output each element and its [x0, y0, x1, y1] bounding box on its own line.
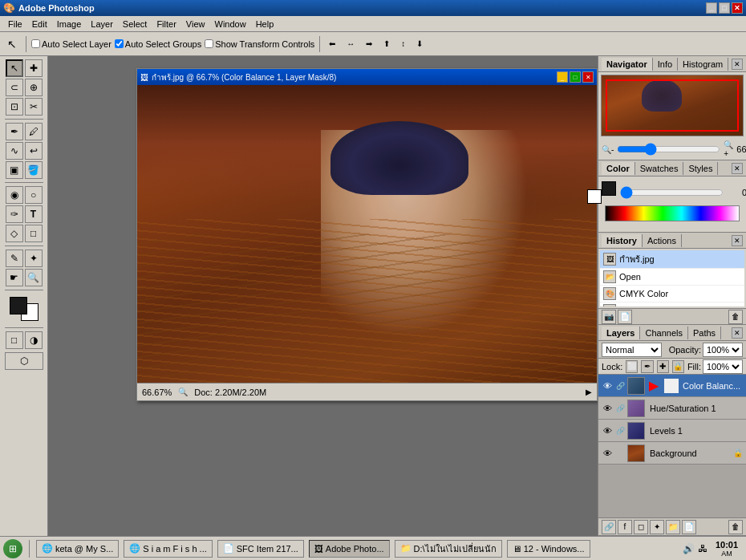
layer-adjustment-button[interactable]: ✦ [650, 520, 664, 534]
taskbar-item-5[interactable]: 🖥 12 - Windows... [507, 540, 590, 558]
quick-mask[interactable]: ◑ [25, 331, 43, 349]
menu-layer[interactable]: Layer [86, 18, 118, 30]
layer-mask-button[interactable]: ◻ [634, 520, 648, 534]
layer-1-link[interactable]: 🔗 [615, 403, 625, 414]
taskbar-item-1[interactable]: 🌐 S i a m F i s h ... [124, 540, 212, 558]
tab-color[interactable]: Color [602, 162, 635, 175]
layer-2-link[interactable]: 🔗 [615, 425, 625, 436]
history-item-3[interactable]: 📊 Levels 1 layer [600, 302, 744, 306]
dodge-tool[interactable]: ○ [25, 186, 43, 204]
layer-style-button[interactable]: f [618, 520, 632, 534]
opacity-select[interactable]: 100% [703, 343, 743, 357]
eraser-tool[interactable]: ▣ [6, 161, 23, 179]
history-close-button[interactable]: ✕ [732, 235, 743, 246]
layer-item-0[interactable]: 👁 🔗 ▶ Color Balanc... [598, 375, 746, 397]
align-right-button[interactable]: ➡ [362, 35, 376, 53]
k-channel-slider[interactable] [620, 188, 724, 197]
pen-tool[interactable]: ✑ [6, 205, 23, 223]
tab-channels[interactable]: Channels [640, 327, 687, 339]
tab-paths[interactable]: Paths [688, 327, 721, 339]
show-transform-check[interactable]: Show Transform Controls [205, 39, 314, 49]
taskbar-item-2[interactable]: 📄 SFC Item 217... [217, 540, 304, 558]
tab-history[interactable]: History [602, 234, 643, 247]
layer-2-visibility[interactable]: 👁 [602, 425, 613, 436]
history-snapshot-button[interactable]: 📷 [602, 310, 616, 324]
blend-mode-select[interactable]: Normal Dissolve Multiply Screen Overlay [602, 343, 662, 357]
selection-tool[interactable]: ✚ [25, 59, 43, 77]
eyedropper-tool[interactable]: ✦ [25, 250, 43, 267]
taskbar-item-0[interactable]: 🌐 keta @ My S... [36, 540, 119, 558]
layer-item-3[interactable]: 👁 Background 🔒 [598, 442, 746, 465]
lock-all-button[interactable]: 🔒 [672, 360, 684, 373]
menu-edit[interactable]: Edit [27, 18, 52, 30]
tab-swatches[interactable]: Swatches [635, 162, 684, 175]
image-maximize-button[interactable]: □ [570, 71, 581, 83]
menu-file[interactable]: File [3, 18, 27, 30]
zoom-out-icon[interactable]: 🔍- [602, 145, 614, 154]
maximize-button[interactable]: □ [719, 2, 730, 14]
move-tool-button[interactable]: ↖ [3, 35, 21, 53]
lasso-tool[interactable]: ⊂ [6, 79, 23, 96]
layer-1-visibility[interactable]: 👁 [602, 403, 613, 414]
color-spectrum[interactable] [605, 205, 740, 221]
history-item-2[interactable]: 🎨 CMYK Color [600, 286, 744, 302]
auto-select-layer-input[interactable] [31, 39, 40, 48]
taskbar-item-4[interactable]: 📁 D:\ไม่ใน\ไม่เปลี่ยนนัก [395, 540, 502, 558]
screen-mode-button[interactable]: ⬡ [5, 352, 43, 370]
align-bottom-button[interactable]: ⬇ [412, 35, 427, 53]
standard-mode[interactable]: □ [6, 331, 23, 349]
image-scroll-arrow[interactable]: ▶ [586, 388, 592, 396]
history-brush[interactable]: ↩ [25, 142, 43, 160]
tab-styles[interactable]: Styles [683, 162, 718, 175]
slice-tool[interactable]: ✂ [25, 98, 43, 116]
notes-tool[interactable]: ✎ [6, 250, 23, 267]
menu-help[interactable]: Help [251, 18, 279, 30]
menu-filter[interactable]: Filter [152, 18, 180, 30]
move-tool[interactable]: ↖ [6, 59, 23, 77]
crop-tool[interactable]: ⊡ [6, 98, 23, 116]
shape-tool[interactable]: □ [25, 225, 43, 242]
menu-select[interactable]: Select [118, 18, 152, 30]
show-transform-input[interactable] [205, 39, 213, 48]
auto-select-groups-check[interactable]: Auto Select Groups [115, 39, 201, 49]
menu-view[interactable]: View [181, 18, 210, 30]
lock-transparent-button[interactable]: ⬜ [626, 360, 638, 373]
layer-new-button[interactable]: 📄 [682, 520, 696, 534]
layer-0-visibility[interactable]: 👁 [602, 380, 613, 392]
title-bar-controls[interactable]: _ □ ✕ [706, 2, 743, 14]
history-new-doc-button[interactable]: 📄 [618, 310, 632, 324]
image-minimize-button[interactable]: _ [557, 71, 568, 83]
lock-image-button[interactable]: ✒ [641, 360, 653, 373]
tab-info[interactable]: Info [653, 58, 678, 71]
history-item-0[interactable]: 🖼 กำพร้.jpg [600, 250, 744, 269]
auto-select-groups-input[interactable] [115, 39, 124, 48]
align-left-button[interactable]: ⬅ [325, 35, 339, 53]
image-close-button[interactable]: ✕ [582, 71, 594, 83]
minimize-button[interactable]: _ [706, 2, 717, 14]
layer-delete-button[interactable]: 🗑 [728, 520, 743, 534]
layer-0-link[interactable]: 🔗 [615, 380, 625, 392]
zoom-slider[interactable] [617, 145, 720, 153]
tab-actions[interactable]: Actions [643, 234, 682, 247]
layer-item-1[interactable]: 👁 🔗 Hue/Saturation 1 [598, 397, 746, 420]
bg-color-swatch[interactable] [587, 189, 602, 204]
taskbar-item-3[interactable]: 🖼 Adobe Photo... [309, 540, 390, 558]
history-item-1[interactable]: 📂 Open [600, 269, 744, 286]
fill-select[interactable]: 100% [703, 359, 743, 374]
layers-close-button[interactable]: ✕ [732, 327, 743, 339]
brush-tool[interactable]: 🖊 [25, 123, 43, 140]
auto-select-layer-check[interactable]: Auto Select Layer [31, 39, 111, 49]
layer-item-2[interactable]: 👁 🔗 Levels 1 [598, 420, 746, 442]
heal-tool[interactable]: ✒ [6, 123, 23, 140]
foreground-color[interactable] [10, 297, 27, 314]
tab-layers[interactable]: Layers [602, 327, 640, 339]
zoom-tool[interactable]: 🔍 [25, 269, 43, 286]
layer-3-visibility[interactable]: 👁 [602, 448, 613, 459]
layer-group-button[interactable]: 📁 [666, 520, 680, 534]
history-delete-button[interactable]: 🗑 [728, 310, 743, 324]
close-button[interactable]: ✕ [732, 2, 743, 14]
align-top-button[interactable]: ⬆ [379, 35, 394, 53]
fill-tool[interactable]: 🪣 [25, 161, 43, 179]
align-center-button[interactable]: ↔ [343, 35, 359, 53]
path-tool[interactable]: ◇ [6, 225, 23, 242]
